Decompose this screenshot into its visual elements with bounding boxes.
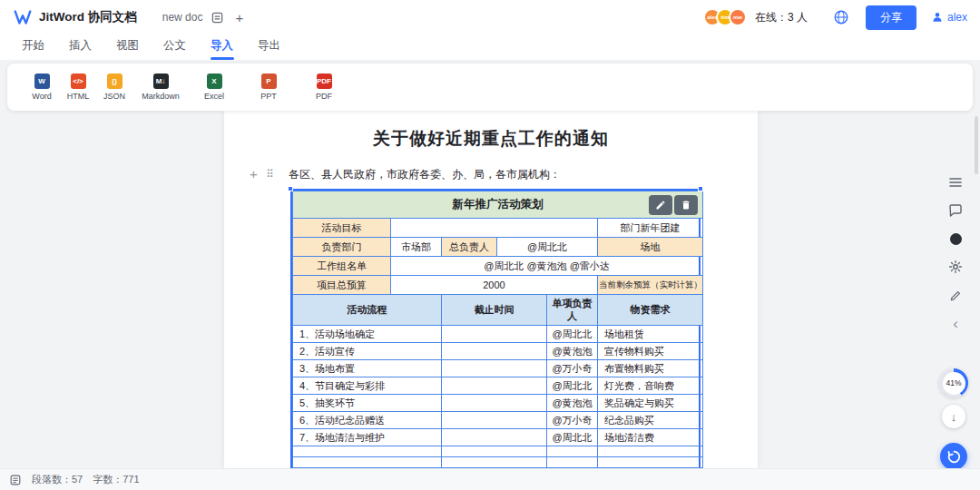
column-header[interactable]: 活动流程 — [293, 295, 442, 326]
table-cell[interactable]: @黄泡泡 — [547, 395, 598, 412]
doc-title[interactable]: 关于做好近期重点工作的通知 — [224, 127, 758, 151]
doc-list-icon[interactable] — [211, 11, 224, 24]
focus-mode-button[interactable] — [946, 229, 965, 249]
table-cell[interactable]: 3、场地布置 — [293, 360, 442, 377]
table-cell[interactable] — [442, 343, 547, 360]
document-page[interactable]: 关于做好近期重点工作的通知 + ⠿ 各区、县人民政府，市政府各委、办、局，各市属… — [224, 111, 758, 468]
import-word-button[interactable]: W Word — [24, 74, 60, 101]
add-doc-button[interactable]: + — [235, 11, 243, 24]
table-cell[interactable] — [442, 377, 547, 395]
table-cell[interactable]: 2000 — [391, 276, 598, 295]
table-cell[interactable]: 灯光费，音响费 — [598, 377, 703, 395]
paragraph[interactable]: 各区、县人民政府，市政府各委、办、局，各市属机构： — [289, 167, 758, 182]
edit-mode-button[interactable] — [946, 285, 965, 305]
comments-button[interactable] — [946, 201, 965, 220]
add-block-icon[interactable]: + — [250, 167, 258, 181]
tab-insert[interactable]: 插入 — [69, 34, 92, 60]
table-cell[interactable]: 项目总预算 — [293, 276, 391, 295]
table-cell[interactable]: 奖品确定与购买 — [598, 395, 703, 412]
table-cell[interactable]: 当前剩余预算（实时计算） — [598, 276, 703, 295]
table-cell[interactable]: 1、活动场地确定 — [293, 326, 442, 343]
outline-button[interactable] — [946, 172, 965, 192]
column-header[interactable]: 截止时间 — [442, 295, 547, 326]
table-cell[interactable] — [293, 457, 442, 468]
table-cell[interactable]: 7、场地清洁与维护 — [293, 429, 442, 446]
tab-official-doc[interactable]: 公文 — [163, 34, 186, 60]
import-excel-button[interactable]: X Excel — [196, 74, 232, 101]
share-button[interactable]: 分享 — [866, 5, 916, 30]
table-cell[interactable] — [442, 429, 547, 446]
word-count-icon[interactable] — [9, 474, 22, 486]
chevron-left-icon: ‹ — [953, 316, 958, 331]
table-cell[interactable]: 负责部门 — [293, 238, 391, 257]
table-cell[interactable] — [442, 457, 547, 468]
table-cell[interactable]: 纪念品购买 — [598, 412, 703, 429]
table-edit-button[interactable] — [649, 195, 672, 215]
excel-icon: X — [207, 74, 222, 89]
tab-import[interactable]: 导入 — [211, 34, 233, 60]
table-cell[interactable]: @周北北 @黄泡泡 @雷小达 — [391, 257, 703, 276]
table-caption-cell[interactable]: 新年推广活动策划 — [293, 191, 703, 219]
activity-table[interactable]: 新年推广活动策划 — [292, 191, 703, 468]
import-ppt-button[interactable]: P PPT — [250, 74, 287, 101]
import-pdf-button[interactable]: PDF PDF — [306, 74, 342, 101]
table-cell[interactable]: @周北北 — [497, 238, 598, 257]
table-cell[interactable]: @万小奇 — [547, 360, 598, 377]
table-cell[interactable] — [598, 446, 703, 457]
table-cell[interactable] — [442, 412, 547, 429]
table-cell[interactable]: @周北北 — [547, 377, 598, 395]
table-cell[interactable]: @黄泡泡 — [547, 343, 598, 360]
scroll-down-button[interactable]: ↓ — [942, 405, 965, 428]
settings-button[interactable] — [946, 257, 965, 277]
collapse-panel-button[interactable]: ‹ — [946, 313, 965, 333]
zoom-indicator[interactable]: 41% — [939, 368, 968, 397]
table-cell[interactable]: 总负责人 — [442, 238, 497, 257]
table-cell[interactable]: 场地清洁费 — [598, 429, 703, 446]
table-cell[interactable] — [442, 360, 547, 377]
table-cell[interactable]: 场地租赁 — [598, 326, 703, 343]
table-cell[interactable]: 工作组名单 — [293, 257, 391, 276]
table-cell[interactable] — [547, 457, 598, 468]
selection-handle[interactable] — [288, 186, 293, 191]
table-cell[interactable]: 2、活动宣传 — [293, 343, 442, 360]
selection-handle[interactable] — [698, 186, 703, 191]
table-cell[interactable]: @周北北 — [547, 326, 598, 343]
column-header[interactable]: 物资需求 — [598, 295, 703, 326]
table-cell[interactable] — [442, 446, 547, 457]
import-markdown-button[interactable]: M↓ Markdown — [134, 74, 187, 101]
table-cell[interactable]: 6、活动纪念品赠送 — [293, 412, 442, 429]
table-cell[interactable] — [547, 446, 598, 457]
table-row: 3、场地布置 @万小奇 布置物料购买 — [293, 360, 703, 377]
table-cell[interactable]: 宣传物料购买 — [598, 343, 703, 360]
table-cell[interactable] — [293, 446, 442, 457]
table-cell[interactable] — [442, 326, 547, 343]
table-cell[interactable] — [391, 219, 598, 238]
table-delete-button[interactable] — [674, 195, 698, 215]
table-cell[interactable]: 5、抽奖环节 — [293, 395, 442, 412]
table-cell[interactable]: 布置物料购买 — [598, 360, 703, 377]
avatar[interactable]: mw — [729, 8, 747, 26]
table-selection[interactable]: 新年推广活动策划 — [290, 189, 701, 468]
tab-export[interactable]: 导出 — [258, 34, 280, 60]
help-button[interactable] — [940, 443, 967, 470]
import-json-button[interactable]: {} JSON — [96, 74, 132, 101]
table-cell[interactable]: @周北北 — [547, 429, 598, 446]
import-html-button[interactable]: </> HTML — [60, 74, 96, 101]
column-header[interactable]: 单项负责人 — [547, 295, 598, 326]
table-cell[interactable]: 部门新年团建 — [598, 219, 703, 238]
drag-handle-icon[interactable]: ⠿ — [266, 168, 274, 181]
table-cell[interactable]: 场地 — [598, 238, 703, 257]
doc-name[interactable]: new doc — [162, 11, 203, 24]
scrollbar-thumb[interactable] — [975, 116, 978, 174]
table-cell[interactable]: 活动目标 — [293, 219, 391, 238]
table-cell[interactable] — [598, 457, 703, 468]
table-cell[interactable]: 4、节目确定与彩排 — [293, 377, 442, 395]
trash-icon — [681, 200, 691, 211]
current-user[interactable]: alex — [931, 11, 967, 24]
tab-start[interactable]: 开始 — [22, 34, 44, 60]
globe-icon[interactable] — [833, 9, 849, 25]
table-cell[interactable]: 市场部 — [391, 238, 442, 257]
tab-view[interactable]: 视图 — [116, 34, 139, 60]
table-cell[interactable]: @万小奇 — [547, 412, 598, 429]
table-cell[interactable] — [442, 395, 547, 412]
